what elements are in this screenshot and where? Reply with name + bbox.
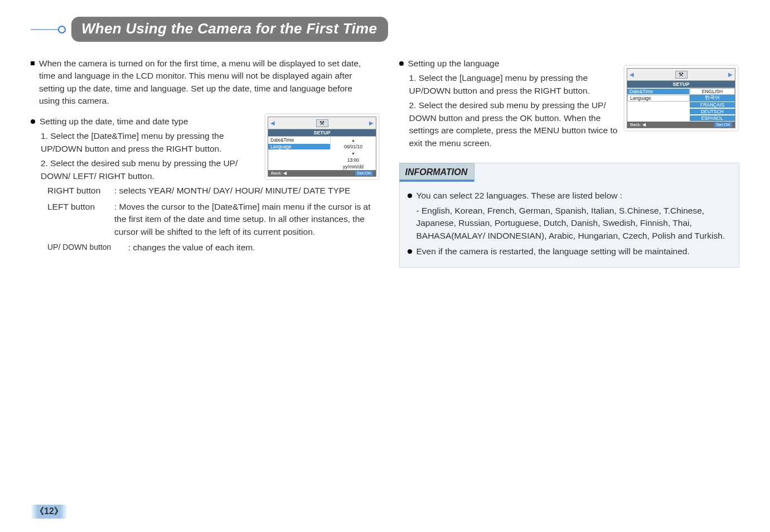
lang-opt-english: ENGLISH xyxy=(690,88,735,95)
info-line2: Even if the camera is restarted, the lan… xyxy=(417,245,690,258)
setup-language-menu: ◀ ⚒ ▶ SETUP Date&TimeENGLISH Language한국어… xyxy=(627,68,735,128)
information-box: INFORMATION You can select 22 languages.… xyxy=(399,163,740,268)
menu-row-datetime: Date&Time xyxy=(268,137,331,143)
right-button-label: RIGHT button xyxy=(47,185,114,197)
menu-row-datetime: Date&Time xyxy=(627,89,690,94)
set-ok-label: Set:OK xyxy=(714,122,732,127)
nav-left-icon: ◀ xyxy=(629,71,634,78)
header: When Using the Camera for the First Time xyxy=(31,17,739,42)
back-label: Back: ◀ xyxy=(271,171,287,176)
lang-opt-francais: FRANÇAIS xyxy=(690,102,735,108)
back-label: Back: ◀ xyxy=(630,122,646,127)
date-step2: 2. Select the desired sub menu by pressi… xyxy=(41,157,247,182)
lang-opt-deutsch: DEUTSCH xyxy=(690,109,735,114)
nav-right-icon: ▶ xyxy=(369,120,374,126)
set-ok-label: Set:OK xyxy=(355,171,373,176)
value-time: 13:00 xyxy=(331,157,376,163)
tool-icon: ⚒ xyxy=(675,71,687,79)
lang-opt-espanol: ESPAÑOL xyxy=(690,115,735,121)
section-lang-title: Setting up the language xyxy=(408,57,500,70)
round-bullet-icon xyxy=(408,194,412,198)
left-button-desc: : Moves the cursor to the [Date&Time] ma… xyxy=(114,201,371,238)
setup-title: SETUP xyxy=(627,81,735,88)
setup-title: SETUP xyxy=(268,129,376,136)
lang-step1: 1. Select the [Language] menu by pressin… xyxy=(409,72,621,97)
value-format: yy/mm/dd xyxy=(331,164,376,170)
date-step1: 1. Select the [Date&Time] menu by pressi… xyxy=(41,130,247,155)
updown-button-desc: : changes the value of each item. xyxy=(128,241,371,254)
square-bullet-icon xyxy=(31,61,35,65)
menu-row-language: Language xyxy=(268,144,331,149)
intro-text: When the camera is turned on for the fir… xyxy=(39,57,371,108)
round-bullet-icon xyxy=(399,61,404,66)
arrow-up-icon: ▲ xyxy=(331,138,376,142)
arrow-down-icon: ▼ xyxy=(331,152,376,156)
header-decoration xyxy=(31,26,66,33)
nav-left-icon: ◀ xyxy=(270,120,275,126)
lang-opt-korean: 한국어 xyxy=(690,95,735,101)
decor-line xyxy=(31,29,61,30)
round-bullet-icon xyxy=(31,119,35,124)
value-date: 06/01/10 xyxy=(331,144,376,149)
menu-row-language: Language xyxy=(627,95,690,101)
round-bullet-icon xyxy=(408,249,412,254)
info-heading: INFORMATION xyxy=(399,163,475,182)
right-button-desc: : selects YEAR/ MONTH/ DAY/ HOUR/ MINUTE… xyxy=(114,185,371,197)
page-title: When Using the Camera for the First Time xyxy=(71,17,388,42)
section-date-title: Setting up the date, time and date type xyxy=(40,115,188,128)
lang-step2: 2. Select the desired sub menu by pressi… xyxy=(409,99,627,149)
info-line1: You can select 22 languages. These are l… xyxy=(417,190,623,202)
page-number: 《12》 xyxy=(31,505,67,519)
updown-button-label: UP/ DOWN button xyxy=(47,241,128,254)
decor-circle xyxy=(58,26,66,33)
info-languages: - English, Korean, French, German, Spani… xyxy=(417,205,732,242)
nav-right-icon: ▶ xyxy=(728,71,733,78)
left-button-label: LEFT button xyxy=(47,201,114,238)
setup-datetime-menu: ◀ ⚒ ▶ SETUP Date&Time▲ Language06/01/10 … xyxy=(268,117,376,177)
tool-icon: ⚒ xyxy=(316,119,328,127)
